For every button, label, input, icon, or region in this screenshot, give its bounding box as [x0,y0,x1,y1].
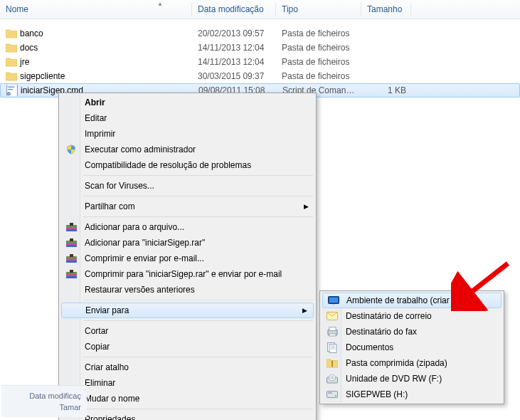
file-date: 14/11/2013 12:04 [192,43,276,53]
sendto-submenu: Ambiente de trabalho (criar atalho) Dest… [319,290,504,404]
svg-rect-29 [329,327,336,331]
submenu-arrow-icon: ▶ [304,203,309,210]
file-list: banco 20/02/2013 09:57 Pasta de ficheiro… [0,19,520,98]
svg-rect-12 [66,245,77,247]
column-header-type[interactable]: Tipo [276,3,361,16]
menu-print[interactable]: Imprimir [60,126,314,142]
cmd-file-icon [6,85,18,96]
file-name: sigepcliente [20,71,65,81]
file-date: 30/03/2015 09:37 [192,71,276,81]
fax-icon [326,325,339,338]
file-name: banco [20,28,43,38]
menu-copy[interactable]: Copiar [60,339,314,355]
menu-rar-compress-named-mail[interactable]: Comprimir para "iniciarSigep.rar" e envi… [60,266,314,282]
shield-icon [65,143,78,156]
mail-icon [326,310,339,322]
file-type: Pasta de ficheiros [276,28,361,38]
menu-scan[interactable]: Scan for Viruses... [60,178,314,194]
list-item[interactable]: jre 14/11/2013 12:04 Pasta de ficheiros [0,55,520,69]
svg-rect-26 [332,304,335,305]
sendto-sigepweb[interactable]: SIGEPWEB (H:) [322,387,502,402]
winrar-icon [65,236,78,249]
submenu-arrow-icon: ▶ [302,307,307,314]
folder-icon [6,70,17,82]
file-name: jre [20,57,29,67]
list-item[interactable]: banco 20/02/2013 09:57 Pasta de ficheiro… [0,26,520,41]
file-type: Pasta de ficheiros [276,57,361,67]
file-date: 14/11/2013 12:04 [192,57,276,67]
menu-create-shortcut[interactable]: Criar atalho [60,359,314,375]
svg-rect-11 [66,243,77,245]
folder-icon [6,42,17,53]
dvd-drive-icon [326,372,339,385]
sendto-zip[interactable]: Pasta comprimida (zipada) [322,355,502,371]
zip-folder-icon [326,357,339,369]
status-bar: Data modificaç Tamar [1,385,87,417]
winrar-icon [65,252,78,265]
menu-compat[interactable]: Compatibilidade de resolução de problema… [60,157,314,173]
column-header-size[interactable]: Tamanho [361,3,411,16]
file-type: Pasta de ficheiros [276,43,361,53]
svg-rect-39 [331,364,333,364]
desktop-icon [327,294,340,307]
svg-rect-40 [331,365,333,366]
winrar-icon [65,221,78,233]
sort-asc-icon: ▲ [157,1,163,7]
menu-run-admin[interactable]: Executar como administrador [60,142,314,157]
svg-point-46 [335,395,336,397]
menu-send-to[interactable]: Enviar para▶ [61,303,314,318]
menu-restore-versions[interactable]: Restaurar versões anteriores [60,282,314,298]
file-date: 20/02/2013 09:57 [192,28,276,38]
svg-rect-13 [70,238,73,241]
svg-rect-6 [66,227,77,229]
documents-icon [326,341,339,354]
svg-rect-45 [328,392,332,394]
menu-delete[interactable]: Eliminar [60,375,314,391]
sendto-documents[interactable]: Documentos [322,340,502,355]
menu-rename[interactable]: Mudar o nome [60,391,314,406]
svg-rect-8 [70,223,73,226]
svg-rect-21 [66,274,77,276]
menu-properties[interactable]: Propriedades [60,411,314,420]
menu-share[interactable]: Partilhar com▶ [60,199,314,214]
status-line: Data modificaç [7,390,81,401]
svg-rect-2 [8,89,13,90]
status-line: Tamar [7,401,81,413]
list-item[interactable]: docs 14/11/2013 12:04 Pasta de ficheiros [0,41,520,55]
svg-rect-7 [66,229,77,231]
sendto-dvd[interactable]: Unidade de DVD RW (F:) [322,371,502,387]
svg-rect-22 [66,276,77,278]
file-name: docs [20,43,38,53]
svg-rect-25 [329,298,338,303]
svg-rect-1 [8,86,14,87]
drive-icon [326,388,339,401]
folder-icon [6,56,17,68]
svg-rect-17 [66,261,77,263]
menu-open[interactable]: Abrir [60,95,314,110]
svg-rect-16 [66,258,77,261]
column-header-name[interactable]: Nome ▲ [0,3,192,16]
context-menu: Abrir Editar Imprimir Executar como admi… [58,93,317,420]
column-label: Nome [6,4,28,14]
menu-edit[interactable]: Editar [60,110,314,126]
svg-rect-44 [327,392,338,398]
menu-rar-add-named[interactable]: Adicionar para "iniciarSigep.rar" [60,235,314,251]
menu-rar-compress-mail[interactable]: Comprimir e enviar por e-mail... [60,251,314,266]
sendto-fax[interactable]: Destinatário do fax [322,324,502,340]
svg-rect-23 [70,270,73,273]
column-header-date[interactable]: Data modificação [192,3,276,16]
sendto-desktop[interactable]: Ambiente de trabalho (criar atalho) [322,293,502,308]
svg-point-43 [331,377,334,379]
menu-rar-add-archive[interactable]: Adicionar para o arquivo... [60,219,314,235]
svg-rect-38 [331,362,333,363]
file-type: Pasta de ficheiros [276,71,361,81]
sendto-mail[interactable]: Destinatário de correio [322,308,502,324]
folder-icon [6,28,17,39]
svg-rect-30 [329,334,336,336]
svg-rect-18 [70,254,73,257]
winrar-icon [65,268,78,280]
svg-rect-37 [331,361,333,362]
list-item[interactable]: sigepcliente 30/03/2015 09:37 Pasta de f… [0,69,520,83]
menu-cut[interactable]: Cortar [60,323,314,339]
file-size: 1 KB [362,85,412,95]
